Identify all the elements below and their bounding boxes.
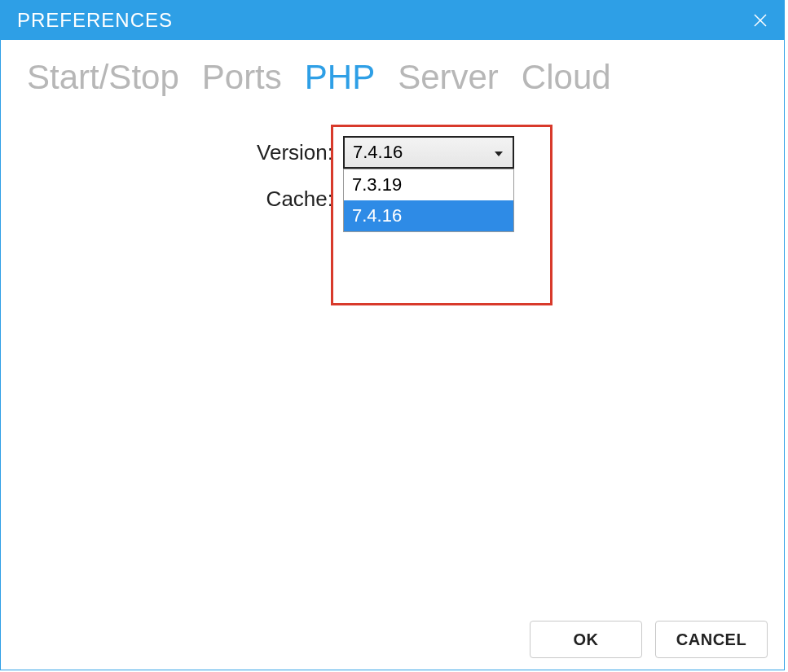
tab-cloud[interactable]: Cloud bbox=[522, 58, 611, 97]
version-select[interactable]: 7.4.16 bbox=[343, 136, 514, 169]
window-title: PREFERENCES bbox=[17, 9, 173, 32]
version-label: Version: bbox=[1, 140, 343, 165]
close-icon[interactable] bbox=[751, 11, 769, 29]
svg-marker-2 bbox=[495, 152, 503, 156]
version-row: Version: 7.4.16 7.3.19 7.4.16 bbox=[1, 136, 784, 169]
tab-server[interactable]: Server bbox=[398, 58, 499, 97]
tab-php[interactable]: PHP bbox=[305, 58, 375, 97]
version-select-value: 7.4.16 bbox=[353, 142, 403, 163]
cache-label: Cache: bbox=[1, 187, 343, 212]
tab-start-stop[interactable]: Start/Stop bbox=[27, 58, 179, 97]
tab-ports[interactable]: Ports bbox=[202, 58, 282, 97]
version-select-wrap: 7.4.16 7.3.19 7.4.16 bbox=[343, 136, 514, 169]
chevron-down-icon bbox=[493, 142, 504, 163]
dialog-footer: OK CANCEL bbox=[530, 621, 768, 658]
titlebar: PREFERENCES bbox=[1, 1, 784, 40]
ok-button-label: OK bbox=[574, 630, 599, 649]
tab-content-php: Version: 7.4.16 7.3.19 7.4.16 Cache: bbox=[1, 97, 784, 212]
tab-bar: Start/Stop Ports PHP Server Cloud bbox=[1, 40, 784, 97]
preferences-window: PREFERENCES Start/Stop Ports PHP Server … bbox=[0, 0, 785, 670]
version-dropdown-list: 7.3.19 7.4.16 bbox=[343, 169, 514, 232]
cancel-button[interactable]: CANCEL bbox=[655, 621, 768, 658]
version-option-1[interactable]: 7.4.16 bbox=[344, 200, 513, 231]
version-option-0[interactable]: 7.3.19 bbox=[344, 169, 513, 200]
ok-button[interactable]: OK bbox=[530, 621, 642, 658]
cancel-button-label: CANCEL bbox=[676, 630, 746, 649]
